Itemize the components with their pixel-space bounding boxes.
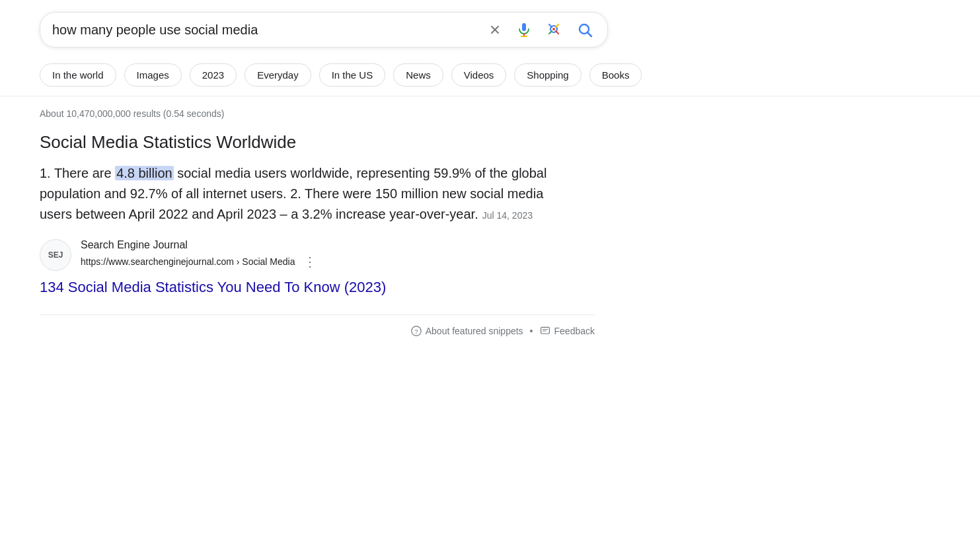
feedback-icon xyxy=(540,326,550,336)
mic-button[interactable] xyxy=(513,19,535,40)
mic-icon xyxy=(516,22,532,38)
more-options-icon: ⋮ xyxy=(303,254,317,270)
source-url: https://www.searchenginejournal.com › So… xyxy=(81,256,295,267)
chip-books[interactable]: Books xyxy=(589,63,642,87)
source-name: Search Engine Journal xyxy=(81,239,319,251)
svg-rect-9 xyxy=(541,327,549,334)
more-options-button[interactable]: ⋮ xyxy=(301,252,319,271)
feedback-label: Feedback xyxy=(554,326,595,336)
clear-button[interactable] xyxy=(486,20,504,39)
clear-icon xyxy=(488,23,502,36)
chip-in-the-us[interactable]: In the US xyxy=(319,63,386,87)
source-text: Search Engine Journal https://www.search… xyxy=(81,239,319,271)
snippet-text: 1. There are 4.8 billion social media us… xyxy=(40,163,555,225)
source-block: SEJ Search Engine Journal https://www.se… xyxy=(0,225,980,276)
source-url-row: https://www.searchenginejournal.com › So… xyxy=(81,252,319,271)
search-button[interactable] xyxy=(574,19,595,40)
snippet-title: Social Media Statistics Worldwide xyxy=(40,132,555,153)
results-info: About 10,470,000,000 results (0.54 secon… xyxy=(0,96,980,124)
result-link[interactable]: 134 Social Media Statistics You Need To … xyxy=(40,279,386,295)
snippet-text-before: 1. There are xyxy=(40,166,115,180)
separator-dot: • xyxy=(530,326,533,336)
featured-snippet: Social Media Statistics Worldwide 1. The… xyxy=(0,124,595,225)
bottom-bar: ? About featured snippets • Feedback xyxy=(40,314,595,343)
svg-point-4 xyxy=(552,28,555,30)
chip-2023[interactable]: 2023 xyxy=(190,63,237,87)
chip-images[interactable]: Images xyxy=(124,63,182,87)
snippet-highlight: 4.8 billion xyxy=(115,166,174,180)
svg-text:?: ? xyxy=(414,328,418,335)
snippet-date: Jul 14, 2023 xyxy=(482,210,533,221)
result-link-block: 134 Social Media Statistics You Need To … xyxy=(0,276,980,308)
about-featured-snippets[interactable]: ? About featured snippets xyxy=(411,326,523,336)
chip-in-the-world[interactable]: In the world xyxy=(40,63,116,87)
search-input[interactable] xyxy=(52,22,486,38)
question-icon: ? xyxy=(411,326,422,336)
feedback-button[interactable]: Feedback xyxy=(540,326,595,336)
search-icons xyxy=(486,19,595,40)
search-bar-container xyxy=(40,12,608,48)
lens-icon xyxy=(547,22,562,38)
chip-everyday[interactable]: Everyday xyxy=(245,63,311,87)
svg-line-6 xyxy=(588,33,592,37)
search-bar-area xyxy=(0,0,980,57)
chip-news[interactable]: News xyxy=(393,63,443,87)
search-icon xyxy=(577,22,593,38)
source-logo-text: SEJ xyxy=(48,250,63,260)
chip-videos[interactable]: Videos xyxy=(451,63,507,87)
filter-chips: In the world Images 2023 Everyday In the… xyxy=(0,57,980,96)
lens-button[interactable] xyxy=(544,19,565,40)
svg-rect-2 xyxy=(522,23,526,31)
chip-shopping[interactable]: Shopping xyxy=(514,63,581,87)
source-logo: SEJ xyxy=(40,239,71,271)
about-snippets-label: About featured snippets xyxy=(426,326,523,336)
results-count: About 10,470,000,000 results (0.54 secon… xyxy=(40,108,224,119)
